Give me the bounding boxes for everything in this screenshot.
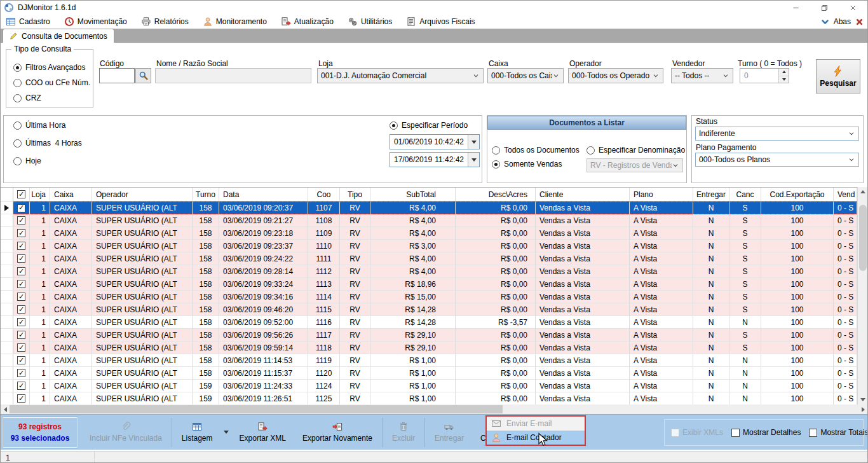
cell-header-tipo[interactable]: Tipo [340, 188, 370, 202]
codigo-input[interactable] [99, 68, 135, 83]
radio-ultima-hora[interactable]: Última Hora [13, 121, 65, 130]
tab-consulta-de-documentos[interactable]: Consulta de Documentos [3, 29, 114, 43]
menu-item-e-mail-contador[interactable]: E-mail Contador [487, 431, 585, 445]
horizontal-scrollbar-thumb[interactable] [10, 405, 503, 413]
turno-stepper[interactable]: 0 [740, 68, 789, 83]
checkbox-box[interactable] [809, 429, 817, 437]
scroll-up-button[interactable] [858, 187, 868, 197]
row-checkbox[interactable] [17, 394, 25, 403]
close-button[interactable] [839, 1, 867, 15]
radio-especificar-denominacao[interactable]: Especificar Denominação [587, 146, 685, 155]
table-row[interactable]: 1CAIXASUPER USUÁRIO (ALT15803/06/2019 09… [1, 252, 857, 265]
spin-down-button[interactable] [779, 76, 789, 83]
row-checkbox[interactable] [17, 343, 25, 352]
table-row[interactable]: 1CAIXASUPER USUÁRIO (ALT15803/06/2019 09… [1, 329, 857, 342]
menu-cadastro[interactable]: Cadastro [6, 17, 50, 27]
checkbox-mostrar-totais[interactable]: Mostrar Totais [809, 428, 868, 437]
row-checkbox[interactable] [17, 331, 25, 339]
table-row[interactable]: 1CAIXASUPER USUÁRIO (ALT15803/06/2019 09… [1, 316, 857, 329]
table-row[interactable]: 1CAIXASUPER USUÁRIO (ALT15803/06/2019 09… [1, 265, 857, 278]
cell-row-select[interactable] [13, 278, 30, 291]
cell-row-select[interactable] [13, 329, 30, 342]
menu-monitoramento[interactable]: Monitoramento [203, 17, 267, 27]
table-row[interactable]: 1CAIXASUPER USUÁRIO (ALT15803/06/2019 09… [1, 240, 857, 252]
checkbox-box[interactable] [731, 429, 740, 437]
table-row[interactable]: 1CAIXASUPER USUÁRIO (ALT15803/06/2019 11… [1, 354, 857, 367]
vertical-scrollbar-thumb[interactable] [859, 205, 867, 271]
row-checkbox[interactable] [17, 204, 25, 212]
menu-arquivos-fiscais[interactable]: Arquivos Fiscais [406, 17, 475, 27]
horizontal-scrollbar[interactable] [1, 404, 867, 414]
listagem-button[interactable]: Listagem [173, 415, 221, 450]
cell-header-entregar[interactable]: Entregar [693, 188, 729, 202]
exportar-novamente-button[interactable]: Exportar Novamente [294, 415, 381, 450]
table-row[interactable]: 1CAIXASUPER USUÁRIO (ALT15803/06/2019 09… [1, 342, 857, 354]
row-checkbox[interactable] [17, 318, 25, 326]
cell-row-select[interactable] [13, 303, 30, 316]
radio-crz[interactable]: CRZ [13, 93, 41, 102]
table-row[interactable]: 1CAIXASUPER USUÁRIO (ALT15803/06/2019 09… [1, 278, 857, 291]
row-checkbox[interactable] [17, 305, 25, 314]
scroll-right-button[interactable] [858, 404, 867, 414]
row-checkbox[interactable] [17, 280, 25, 288]
cell-row-select[interactable] [13, 252, 30, 265]
listagem-dropdown-arrow[interactable] [221, 415, 231, 450]
cell-row-select[interactable] [13, 316, 30, 329]
cell-row-select[interactable] [13, 240, 30, 252]
radio-hoje[interactable]: Hoje [13, 156, 41, 165]
cell-select-all[interactable] [13, 188, 30, 202]
radio-ultimas-4-horas[interactable]: Últimas 4 Horas [13, 139, 82, 148]
checkbox-mostrar-detalhes[interactable]: Mostrar Detalhes [731, 428, 801, 437]
row-checkbox[interactable] [17, 254, 25, 263]
row-checkbox[interactable] [17, 293, 25, 301]
table-row[interactable]: 1CAIXASUPER USUÁRIO (ALT15903/06/2019 11… [1, 380, 857, 392]
operador-select[interactable]: 000-Todos os Operado [568, 68, 663, 83]
cell-header-data[interactable]: Data [219, 188, 308, 202]
spin-up-button[interactable] [779, 69, 789, 76]
table-row[interactable]: 1CAIXASUPER USUÁRIO (ALT15803/06/2019 11… [1, 367, 857, 380]
exportar-xml-button[interactable]: Exportar XML [231, 415, 294, 450]
caixa-select[interactable]: 000-Todos os Caixa: [487, 68, 564, 83]
row-checkbox[interactable] [17, 229, 25, 237]
search-button[interactable] [135, 68, 151, 83]
menu-movimentacao[interactable]: Movimentação [64, 17, 127, 27]
row-checkbox[interactable] [17, 242, 25, 250]
table-row[interactable]: 1CAIXASUPER USUÁRIO (ALT15803/06/2019 09… [1, 303, 857, 316]
cell-row-select[interactable] [13, 342, 30, 354]
radio-somente-vendas[interactable]: Somente Vendas [492, 160, 562, 169]
minimize-button[interactable] [782, 1, 810, 15]
cell-header-caixa[interactable]: Caixa [50, 188, 92, 202]
menu-atualizacao[interactable]: Atualização [281, 17, 334, 27]
radio-filtros-avancados[interactable]: Filtros Avançados [13, 63, 86, 72]
denominacao-select[interactable]: RV - Registros de Venda [587, 158, 683, 172]
row-checkbox[interactable] [17, 267, 25, 275]
date-to-dropdown-button[interactable] [468, 153, 479, 167]
loja-select[interactable]: 001-D.J. Automação Comercial [317, 68, 484, 83]
cell-header-loja[interactable]: Loja [30, 188, 50, 202]
pesquisar-button[interactable]: Pesquisar [816, 59, 860, 93]
cell-header-coo[interactable]: Coo [308, 188, 340, 202]
table-row[interactable]: 1CAIXASUPER USUÁRIO (ALT15903/06/2019 11… [1, 392, 857, 404]
cell-row-select[interactable] [13, 367, 30, 380]
radio-todos-os-documentos[interactable]: Todos os Documentos [492, 146, 580, 155]
date-from-input[interactable]: 01/06/2019 10:42:42 [390, 134, 480, 149]
date-to-input[interactable]: 17/06/2019 11:42:42 [390, 152, 480, 167]
cell-row-select[interactable] [13, 227, 30, 240]
table-row[interactable]: 1CAIXASUPER USUÁRIO (ALT15803/06/2019 09… [1, 202, 857, 214]
row-checkbox[interactable] [17, 382, 25, 390]
cell-row-select[interactable] [13, 202, 30, 214]
row-checkbox[interactable] [17, 369, 25, 377]
vendedor-select[interactable]: -- Todos -- [671, 68, 733, 83]
table-row[interactable]: 1CAIXASUPER USUÁRIO (ALT15803/06/2019 09… [1, 214, 857, 227]
cell-header-subtotal[interactable]: SubTotal [370, 188, 456, 202]
row-checkbox[interactable] [17, 216, 25, 225]
status-select[interactable]: Indiferente [695, 127, 859, 141]
vertical-scrollbar[interactable] [857, 187, 867, 404]
cell-row-select[interactable] [13, 214, 30, 227]
scroll-down-button[interactable] [858, 395, 868, 404]
cell-header-canc[interactable]: Canc [729, 188, 761, 202]
menu-utilitarios[interactable]: Utilitários [348, 17, 392, 27]
cell-row-select[interactable] [13, 354, 30, 367]
cell-row-select[interactable] [13, 291, 30, 303]
cell-header-desc-acres[interactable]: Desc\Acres [456, 188, 536, 202]
